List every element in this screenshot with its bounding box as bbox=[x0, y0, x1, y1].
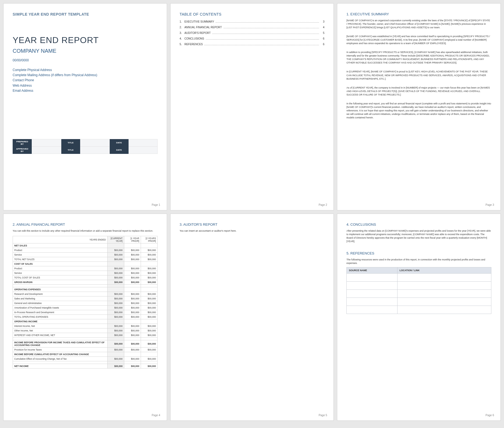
ref-source-header: SOURCE NAME bbox=[347, 267, 397, 274]
toc-item: 3.AUDITOR'S REPORT5 bbox=[180, 31, 325, 34]
title-label-1: TITLE bbox=[61, 139, 80, 146]
ref-location-header: LOCATION / LINK bbox=[397, 267, 491, 274]
toc-item: 2.ANNUAL FINANCIAL REPORT4 bbox=[180, 26, 325, 29]
auditors-note: You can insert an accountant or auditor'… bbox=[180, 229, 325, 233]
cumulative-effect-row: Cumulative Effect of Accounting Change, … bbox=[13, 356, 158, 361]
toc-item: 4.CONCLUSIONS6 bbox=[180, 37, 325, 40]
prepared-by-label: PREPARED BY bbox=[13, 139, 32, 146]
sales-marketing-row: Sales and Marketing$00,000$00,000$00,000 bbox=[13, 296, 158, 301]
report-title: YEAR END REPORT bbox=[13, 35, 158, 45]
web-address: Web Address bbox=[13, 83, 158, 88]
exec-para-5: As of [CURRENT YEAR], the company is inv… bbox=[346, 86, 491, 97]
date-value-1 bbox=[129, 139, 158, 146]
ref-row bbox=[347, 290, 491, 298]
date-label-1: DATE bbox=[110, 139, 129, 146]
inprocess-rnd-row: In-Process Research and Development$00,0… bbox=[13, 310, 158, 314]
references-heading: 5. REFERENCES bbox=[346, 251, 491, 255]
prior2-header: [2 YEARS PRIOR] bbox=[141, 236, 157, 243]
date-value-2 bbox=[129, 146, 158, 154]
approved-by-label: APPROVED BY bbox=[13, 146, 32, 154]
ref-row bbox=[347, 274, 491, 282]
page-4: 2. ANNUAL FINANCIAL REPORT You can edit … bbox=[3, 214, 167, 421]
page-1: SIMPLE YEAR END REPORT TEMPLATE YEAR END… bbox=[3, 3, 167, 210]
executive-summary-heading: 1. EXECUTIVE SUMMARY bbox=[346, 12, 491, 16]
financial-note: You can edit this section to include any… bbox=[13, 229, 158, 233]
total-cos-row: TOTAL COST OF SALES$00,000$00,000$00,000 bbox=[13, 275, 158, 280]
page-number: Page 4 bbox=[152, 414, 160, 417]
page-number: Page 1 bbox=[152, 203, 160, 206]
prepared-by-row: PREPARED BY TITLE DATE bbox=[13, 139, 158, 146]
current-year-header: [CURRENT YEAR] bbox=[107, 236, 124, 243]
page-5: 3. AUDITOR'S REPORT You can insert an ac… bbox=[170, 214, 334, 421]
prepared-by-value bbox=[32, 139, 61, 146]
approved-by-row: APPROVED BY TITLE DATE bbox=[13, 146, 158, 154]
toc-item: 1.EXECUTIVE SUMMARY3 bbox=[180, 20, 325, 23]
fin-header-row: YEARS ENDED [CURRENT YEAR] [1 YEAR PRIOR… bbox=[13, 236, 158, 243]
product-row: Product$00,000$00,000$00,000 bbox=[13, 248, 158, 252]
references-text: The following resources were used in the… bbox=[346, 258, 491, 265]
income-before-cumulative-row: INCOME BEFORE CUMULATIVE EFFECT OF ACCOU… bbox=[13, 352, 158, 356]
page-number: Page 5 bbox=[319, 414, 327, 417]
mailing-address: Complete Mailing Address (if differs fro… bbox=[13, 73, 158, 78]
net-income-row: NET INCOME$00,000$00,000$00,000 bbox=[13, 364, 158, 368]
page-2: TABLE OF CONTENTS 1.EXECUTIVE SUMMARY3 2… bbox=[170, 3, 334, 210]
spacer-row bbox=[13, 361, 158, 364]
title-value-2 bbox=[80, 146, 110, 154]
page-number: Page 6 bbox=[485, 414, 494, 417]
report-date: 00/00/0000 bbox=[13, 58, 158, 62]
page-number: Page 2 bbox=[319, 203, 327, 206]
address-block: Complete Physical Address Complete Maili… bbox=[13, 68, 158, 93]
physical-address: Complete Physical Address bbox=[13, 68, 158, 73]
toc-heading: TABLE OF CONTENTS bbox=[180, 12, 325, 16]
references-table: SOURCE NAME LOCATION / LINK bbox=[346, 267, 491, 314]
auditors-report-heading: 3. AUDITOR'S REPORT bbox=[180, 222, 325, 227]
exec-para-2: [NAME OF COMPANY] was established in [YE… bbox=[346, 35, 491, 45]
opex-row: OPERATING EXPENSES bbox=[13, 287, 158, 292]
general-admin-row: General and Administrative$00,000$00,000… bbox=[13, 301, 158, 305]
other-income-row: Other Income, Net$00,000$00,000$00,000 bbox=[13, 328, 158, 333]
provision-taxes-row: Provision for Income Taxes$00,000$00,000… bbox=[13, 347, 158, 352]
page-3: 1. EXECUTIVE SUMMARY [NAME OF COMPANY] i… bbox=[337, 3, 501, 210]
cost-of-sales-row: COST OF SALES bbox=[13, 261, 158, 266]
company-name: COMPANY NAME bbox=[13, 48, 158, 54]
page-number: Page 3 bbox=[485, 203, 494, 206]
total-net-sales-row: TOTAL NET SALES$00,000$00,000$00,000 bbox=[13, 257, 158, 261]
interest-other-row: INTEREST AND OTHER INCOME, NET$00,000$00… bbox=[13, 333, 158, 337]
financial-table: YEARS ENDED [CURRENT YEAR] [1 YEAR PRIOR… bbox=[13, 236, 158, 369]
approved-by-value bbox=[32, 146, 61, 154]
amortization-row: Amortization of Purchased Intangible Ass… bbox=[13, 305, 158, 310]
net-sales-row: NET SALES bbox=[13, 243, 158, 248]
conclusions-text: After presenting the related data on [CO… bbox=[346, 229, 491, 243]
service-row: Service$00,000$00,000$00,000 bbox=[13, 252, 158, 257]
financial-report-heading: 2. ANNUAL FINANCIAL REPORT bbox=[13, 222, 158, 227]
income-before-provision-row: INCOME BEFORE PROVISION FOR INCOME TAXES… bbox=[13, 340, 158, 347]
exec-para-3: In addition to providing [SPECIFY PRODUC… bbox=[346, 51, 491, 65]
ref-row bbox=[347, 298, 491, 306]
page-grid: SIMPLE YEAR END REPORT TEMPLATE YEAR END… bbox=[3, 3, 501, 421]
ref-row bbox=[347, 306, 491, 314]
title-value-1 bbox=[80, 139, 110, 146]
cos-service-row: Service$00,000$00,000$00,000 bbox=[13, 271, 158, 275]
contact-phone: Contact Phone bbox=[13, 78, 158, 83]
rnd-row: Research and Development$00,000$00,000$0… bbox=[13, 292, 158, 296]
exec-para-6: In the following year end report, you wi… bbox=[346, 102, 491, 119]
date-label-2: DATE bbox=[110, 146, 129, 154]
years-ended-label: YEARS ENDED bbox=[13, 236, 108, 243]
exec-para-1: [NAME OF COMPANY] is an organized corpor… bbox=[346, 19, 491, 29]
conclusions-heading: 4. CONCLUSIONS bbox=[346, 222, 491, 227]
prior1-header: [1 YEAR PRIOR] bbox=[124, 236, 141, 243]
template-header: SIMPLE YEAR END REPORT TEMPLATE bbox=[13, 12, 158, 16]
meta-table: PREPARED BY TITLE DATE APPROVED BY TITLE… bbox=[13, 139, 158, 154]
operating-income-row: OPERATING INCOME bbox=[13, 319, 158, 324]
gross-margin-row: GROSS MARGIN$00,000$00,000$00,000 bbox=[13, 280, 158, 284]
cos-product-row: Product$00,000$00,000$00,000 bbox=[13, 266, 158, 271]
exec-para-4: In [CURRENT YEAR], [NAME OF COMPANY] is … bbox=[346, 70, 491, 80]
spacer-row bbox=[13, 284, 158, 287]
email-address: Email Address bbox=[13, 88, 158, 93]
spacer-row bbox=[13, 337, 158, 340]
page-6: 4. CONCLUSIONS After presenting the rela… bbox=[337, 214, 501, 421]
toc-list: 1.EXECUTIVE SUMMARY3 2.ANNUAL FINANCIAL … bbox=[180, 20, 325, 46]
ref-row bbox=[347, 282, 491, 290]
interest-income-row: Interest Income, Net$00,000$00,000$00,00… bbox=[13, 324, 158, 328]
title-label-2: TITLE bbox=[61, 146, 80, 154]
